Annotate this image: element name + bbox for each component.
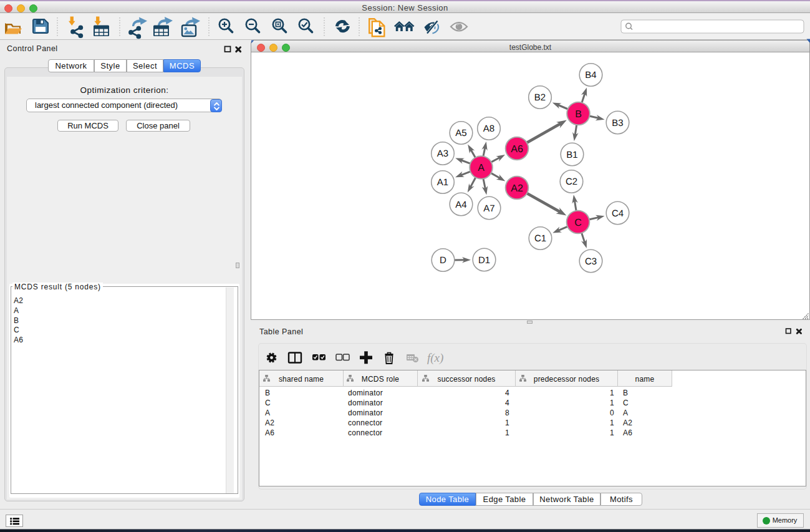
svg-text:B4: B4 bbox=[585, 70, 596, 80]
svg-text:A3: A3 bbox=[437, 148, 448, 159]
svg-text:A7: A7 bbox=[483, 203, 494, 214]
svg-text:A8: A8 bbox=[483, 123, 494, 134]
svg-text:C: C bbox=[574, 218, 582, 228]
svg-text:B: B bbox=[575, 109, 582, 120]
svg-text:A6: A6 bbox=[511, 144, 523, 155]
svg-text:C3: C3 bbox=[585, 256, 597, 267]
svg-text:A5: A5 bbox=[455, 128, 466, 138]
svg-text:C4: C4 bbox=[612, 208, 624, 219]
svg-text:f(x): f(x) bbox=[427, 351, 443, 365]
svg-text:D1: D1 bbox=[478, 255, 490, 266]
svg-text:B1: B1 bbox=[566, 150, 577, 160]
svg-text:C1: C1 bbox=[534, 233, 546, 244]
svg-text:B3: B3 bbox=[612, 118, 623, 128]
svg-text:A4: A4 bbox=[455, 200, 466, 210]
svg-text:B2: B2 bbox=[534, 92, 546, 103]
svg-text:D: D bbox=[440, 255, 446, 266]
svg-text:A1: A1 bbox=[437, 177, 448, 188]
svg-text:A2: A2 bbox=[511, 183, 523, 194]
svg-text:C2: C2 bbox=[566, 177, 577, 187]
svg-text:A: A bbox=[478, 163, 485, 173]
